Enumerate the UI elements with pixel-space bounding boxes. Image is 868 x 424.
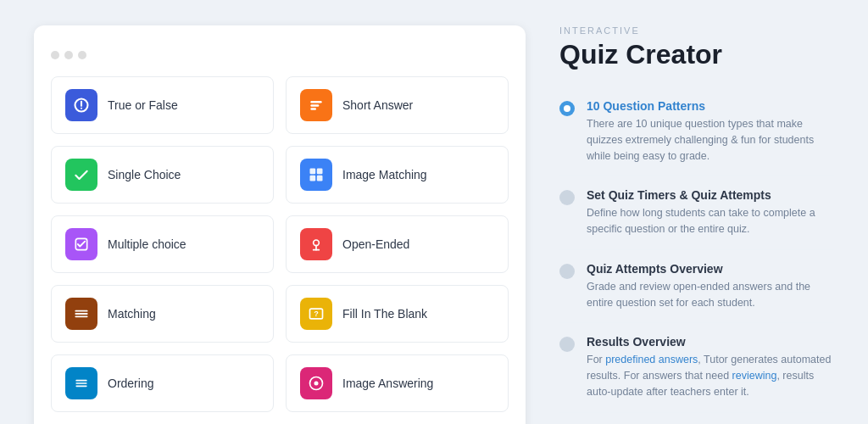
feature-item-results-overview[interactable]: Results OverviewFor predefined answers, … [559,323,834,412]
question-card-matching[interactable]: Matching [51,285,274,343]
multiple-choice-icon [65,228,97,260]
question-label-multiple-choice: Multiple choice [108,237,186,251]
matching-icon [65,298,97,330]
feature-desc-results-overview: For predefined answers, Tutor generates … [587,352,834,399]
feature-bullet-results-overview [559,337,575,352]
true-false-icon [65,89,97,121]
question-card-image-answering[interactable]: Image Answering [286,354,509,412]
left-panel: True or False Short Answer Single Choice… [34,25,526,424]
question-card-image-matching[interactable]: Image Matching [286,146,509,204]
dot-2 [64,51,73,59]
question-label-image-answering: Image Answering [342,377,433,390]
svg-rect-9 [317,176,323,181]
feature-bullet-quiz-attempts [559,264,575,279]
svg-point-2 [81,108,82,109]
feature-title-quiz-timers: Set Quiz Timers & Quiz Attempts [587,188,834,202]
ordering-icon [65,367,97,399]
question-grid: True or False Short Answer Single Choice… [51,76,509,412]
image-answering-icon [300,367,332,399]
single-choice-icon [65,159,97,191]
question-label-open-ended: Open-Ended [342,237,409,251]
question-label-true-false: True or False [108,98,178,112]
svg-text:?: ? [314,310,319,318]
question-label-single-choice: Single Choice [108,168,181,181]
svg-rect-7 [317,169,323,175]
feature-list: 10 Question PatternsThere are 10 unique … [559,87,834,424]
question-card-ordering[interactable]: Ordering [51,354,274,412]
question-card-short-answer[interactable]: Short Answer [286,76,509,134]
dot-3 [78,51,86,59]
question-card-fill-blank[interactable]: ? Fill In The Blank [286,285,509,343]
right-panel: INTERACTIVE Quiz Creator 10 Question Pat… [559,25,834,424]
feature-title-results-overview: Results Overview [587,335,834,349]
short-answer-icon [300,89,332,121]
svg-point-11 [314,240,320,246]
question-card-true-false[interactable]: True or False [51,76,274,134]
feature-item-quiz-attempts[interactable]: Quiz Attempts OverviewGrade and review o… [559,250,834,324]
svg-rect-5 [310,108,316,109]
feature-desc-question-patterns: There are 10 unique question types that … [587,116,834,164]
svg-point-23 [314,382,319,386]
feature-item-question-patterns[interactable]: 10 Question PatternsThere are 10 unique … [559,87,834,176]
fill-blank-icon: ? [300,298,332,330]
question-card-open-ended[interactable]: Open-Ended [286,215,509,273]
svg-rect-3 [310,101,321,103]
feature-desc-quiz-attempts: Grade and review open-ended answers and … [587,279,834,311]
question-label-matching: Matching [108,307,156,321]
feature-item-advanced-settings[interactable]: Advanced Quiz SettingsA tonnes of useful… [559,413,834,425]
feature-content-results-overview: Results OverviewFor predefined answers, … [587,335,834,399]
question-label-image-matching: Image Matching [342,168,427,181]
svg-rect-8 [310,176,316,181]
section-label: INTERACTIVE [559,25,834,36]
question-label-fill-blank: Fill In The Blank [342,307,427,321]
svg-rect-6 [310,169,316,175]
feature-content-quiz-timers: Set Quiz Timers & Quiz AttemptsDefine ho… [587,188,834,237]
svg-rect-4 [310,104,319,107]
question-card-multiple-choice[interactable]: Multiple choice [51,215,274,273]
feature-item-quiz-timers[interactable]: Set Quiz Timers & Quiz AttemptsDefine ho… [559,176,834,250]
feature-desc-quiz-timers: Define how long students can take to com… [587,205,834,237]
question-label-short-answer: Short Answer [342,98,413,112]
feature-content-quiz-attempts: Quiz Attempts OverviewGrade and review o… [587,262,834,311]
feature-bullet-question-patterns [559,101,575,116]
image-matching-icon [300,159,332,191]
question-card-single-choice[interactable]: Single Choice [51,146,274,204]
feature-title-quiz-attempts: Quiz Attempts Overview [587,262,834,276]
feature-title-question-patterns: 10 Question Patterns [587,99,834,113]
question-label-ordering: Ordering [108,377,153,390]
feature-bullet-quiz-timers [559,190,575,205]
feature-content-question-patterns: 10 Question PatternsThere are 10 unique … [587,99,834,164]
open-ended-icon [300,228,332,260]
dot-1 [51,51,59,59]
window-dots [51,51,509,59]
panel-title: Quiz Creator [559,39,834,70]
